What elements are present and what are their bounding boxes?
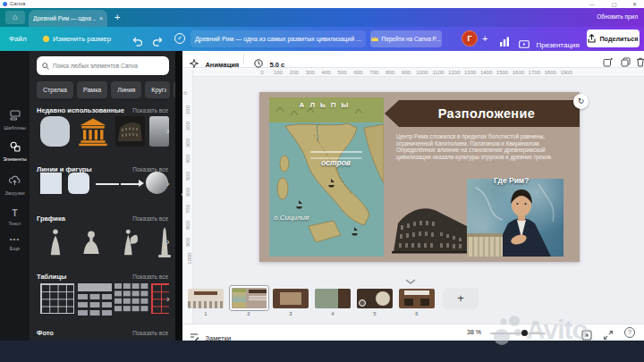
photo-caption: Где Рим? <box>494 176 529 185</box>
recent-shape-item[interactable] <box>40 116 70 147</box>
document-title-button[interactable]: Древний Рим — одна из самых развитых цив… <box>191 30 366 47</box>
zoom-slider-knob[interactable] <box>521 330 528 336</box>
vertical-ruler: 01002003004005006007008009001000 <box>182 68 193 324</box>
share-button[interactable]: Поделиться <box>587 29 640 47</box>
shape-circle[interactable] <box>146 172 168 194</box>
ruler-number: 400 <box>322 70 331 75</box>
refresh-button[interactable]: ↻ <box>573 94 589 109</box>
slide-thumbnail-1[interactable] <box>188 289 224 308</box>
graphic-obelisk[interactable] <box>154 225 175 262</box>
update-app-link[interactable]: Обновить прил <box>597 13 638 20</box>
colosseum-illustration[interactable] <box>390 202 472 256</box>
section-title: Графика <box>37 215 65 223</box>
chart-icon <box>499 37 510 46</box>
document-title: Древний Рим — одна из самых развитых цив… <box>195 36 361 42</box>
thumb-detail <box>338 289 351 308</box>
clock-icon <box>254 59 263 68</box>
thumb-detail <box>404 290 429 295</box>
zoom-level: 38 % <box>467 329 481 335</box>
slide-canvas[interactable]: АЛЬПЫ остров о.Сицилия Разположение Цент… <box>259 92 580 262</box>
show-all-link[interactable]: Показать все <box>132 166 168 173</box>
close-button[interactable]: ✕ <box>632 2 637 7</box>
graphic-statue-figure[interactable] <box>44 225 67 262</box>
thumb-detail <box>404 299 413 306</box>
file-menu[interactable]: Файл <box>9 35 27 43</box>
filter-chip[interactable]: Стрелка <box>37 81 73 98</box>
ruler-number: 1700 <box>529 70 540 75</box>
ruler-number: 200 <box>290 70 299 75</box>
tables-scroll-chevron-icon[interactable]: › <box>166 294 170 304</box>
recent-scroll-chevron-icon[interactable]: › <box>166 126 170 136</box>
filter-chip[interactable]: Линия <box>111 81 141 98</box>
insights-button[interactable] <box>499 34 510 50</box>
search-box[interactable] <box>37 56 169 75</box>
graphic-statue-bust[interactable] <box>80 226 103 262</box>
slide-thumbnail-5[interactable] <box>357 289 393 308</box>
ruler-number: 500 <box>337 70 346 75</box>
ruler-number: 900 <box>185 237 191 246</box>
shape-rounded-square[interactable] <box>68 173 89 194</box>
slide-body-text[interactable]: Центр Рима сложился в пределах болотисто… <box>396 133 559 160</box>
filter-chip[interactable]: Рамка <box>77 81 107 98</box>
table-style-cells[interactable] <box>114 283 148 314</box>
present-button[interactable]: Презентация <box>519 35 580 51</box>
ruler-number: 300 <box>306 70 315 75</box>
table-header-band <box>78 283 112 291</box>
section-title: Фото <box>37 329 54 337</box>
redo-button[interactable] <box>152 34 163 50</box>
show-all-link[interactable]: Показать все <box>132 274 168 280</box>
table-style-grid[interactable] <box>40 283 74 314</box>
slide-thumbnail-2-selected[interactable] <box>229 285 269 311</box>
shape-square[interactable] <box>40 173 62 194</box>
help-button[interactable]: ? <box>624 327 635 338</box>
chips-scroll-chevron-icon[interactable]: › <box>164 85 167 95</box>
search-input[interactable] <box>53 63 160 69</box>
slide-thumbnail-4[interactable] <box>315 289 351 308</box>
home-button[interactable]: ⌂ <box>5 11 25 24</box>
thumbnails-collapse-button[interactable] <box>404 273 417 289</box>
maximize-button[interactable]: ▢ <box>612 2 617 7</box>
sidebar-rail: Шаблоны Элементы Загрузки T Текст ••• Ещ… <box>0 51 30 341</box>
colosseum-art <box>390 202 472 256</box>
graphic-statue-winged[interactable] <box>118 225 141 262</box>
graphics-scroll-chevron-icon[interactable]: › <box>166 237 170 247</box>
add-member-button[interactable]: + <box>482 33 487 44</box>
thumb-detail <box>232 288 267 308</box>
sidebar-item-elements[interactable]: Элементы <box>0 139 30 162</box>
thumb-detail <box>233 289 246 307</box>
add-slide-button[interactable]: + <box>443 288 479 309</box>
slide-title-ribbon[interactable]: Разположение <box>385 100 580 127</box>
sidebar-item-uploads[interactable]: Загрузки <box>0 173 30 196</box>
new-tab-button[interactable]: + <box>114 12 120 22</box>
slide-thumbnail-6[interactable] <box>399 289 435 308</box>
thumbnail-number: 6 <box>415 311 418 316</box>
ruler-number: 1800 <box>545 70 556 75</box>
thumb-detail <box>249 290 267 293</box>
boy-photo[interactable] <box>467 179 564 257</box>
avatar[interactable]: Г <box>462 30 478 46</box>
lines-scroll-chevron-icon[interactable]: › <box>166 179 170 189</box>
recent-colosseum-item[interactable] <box>115 116 145 147</box>
document-tab[interactable]: Древний Рим — одна ... × <box>29 10 107 27</box>
zoom-slider-track[interactable] <box>490 333 546 334</box>
show-all-link[interactable]: Показать все <box>132 330 168 336</box>
shape-line[interactable] <box>96 183 119 185</box>
tab-close-icon[interactable]: × <box>99 15 103 21</box>
duplicate-icon <box>621 57 631 67</box>
show-all-link[interactable]: Показать все <box>132 215 168 222</box>
undo-button[interactable] <box>132 34 143 50</box>
slide-thumbnail-3[interactable] <box>273 289 309 308</box>
recent-temple-item[interactable] <box>78 116 108 150</box>
sidebar-item-text[interactable]: T Текст <box>0 204 30 226</box>
sidebar-item-templates[interactable]: Шаблоны <box>0 108 30 130</box>
section-graphics: Графика Показать все <box>37 215 168 223</box>
shape-arrow[interactable] <box>121 180 144 188</box>
table-cells <box>78 294 88 299</box>
upgrade-button[interactable]: Перейти на Canva P... <box>370 30 442 47</box>
sidebar-item-more[interactable]: ••• Ещё <box>0 229 30 251</box>
table-style-header[interactable] <box>78 283 112 314</box>
minimize-button[interactable]: — <box>589 2 595 7</box>
map-image[interactable]: АЛЬПЫ остров о.Сицилия <box>269 97 384 257</box>
show-all-link[interactable]: Показать все <box>132 107 168 114</box>
resize-button[interactable]: Изменить размер <box>53 35 111 43</box>
